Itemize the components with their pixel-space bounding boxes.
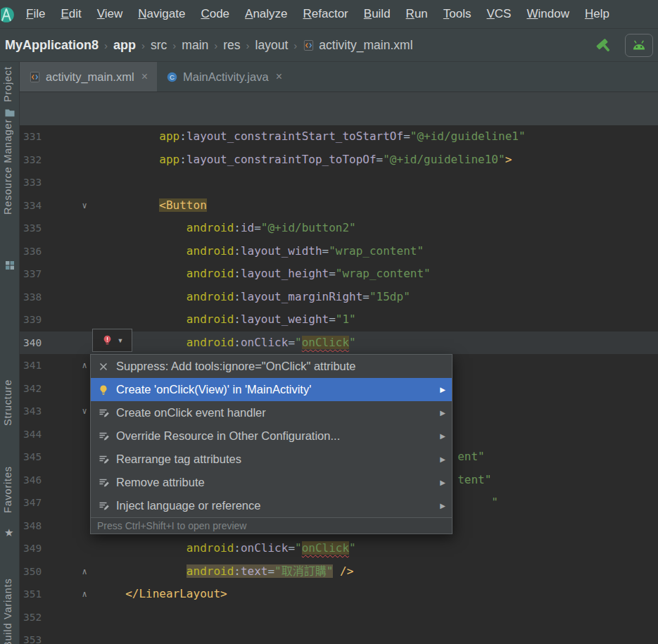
code-text: android:layout_marginRight="15dp": [91, 286, 410, 309]
chevron-down-icon: ▼: [118, 337, 124, 344]
code-text: android:text="取消訂購" />: [91, 560, 353, 583]
menu-item-analyze[interactable]: Analyze: [237, 0, 295, 28]
code-line-351[interactable]: 351∧ </LinearLayout>: [20, 583, 658, 606]
menu-item-file[interactable]: File: [18, 0, 53, 28]
line-number: 338: [23, 286, 60, 309]
code-line-339[interactable]: 339 android:layout_weight="1": [20, 308, 658, 332]
menu-item-edit[interactable]: Edit: [53, 0, 89, 28]
code-line-338[interactable]: 338 android:layout_marginRight="15dp": [20, 286, 658, 309]
code-line-350[interactable]: 350∧ android:text="取消訂購" />: [20, 560, 658, 583]
menu-item-build[interactable]: Build: [356, 0, 398, 28]
tab-activity_main-xml[interactable]: activity_main.xml×: [20, 62, 157, 91]
breadcrumb-item-app[interactable]: app: [113, 38, 136, 53]
menu-item-code[interactable]: Code: [193, 0, 237, 28]
code-line-336[interactable]: 336 android:layout_width="wrap_content": [20, 240, 658, 263]
android-studio-window: FileEditViewNavigateCodeAnalyzeRefactorB…: [0, 0, 658, 644]
project-folder-icon[interactable]: [4, 107, 15, 118]
submenu-arrow-icon: ▶: [436, 455, 445, 463]
tool-window-strip: ★ ProjectResource ManagerStructureFavori…: [0, 62, 20, 644]
code-line-331[interactable]: 331 app:layout_constraintStart_toStartOf…: [20, 125, 658, 149]
line-number: 343: [23, 400, 60, 423]
popup-item-label: Inject language or reference: [116, 499, 429, 512]
code-line-353[interactable]: 353: [20, 629, 658, 644]
line-number: 349: [23, 537, 60, 560]
menu-item-view[interactable]: View: [89, 0, 131, 28]
menu-item-navigate[interactable]: Navigate: [130, 0, 193, 28]
line-number: 331: [23, 125, 60, 149]
chevron-separator-icon: ›: [99, 39, 113, 51]
build-hammer-icon[interactable]: [595, 36, 614, 55]
fold-up-icon[interactable]: ∧: [79, 560, 90, 583]
error-bulb-icon: [101, 334, 113, 346]
intention-icon: [97, 453, 110, 466]
popup-item-5[interactable]: Remove attribute▶: [91, 471, 452, 494]
popup-rows: Suppress: Add tools:ignore="OnClick" att…: [91, 355, 452, 517]
code-line-349[interactable]: 349 android:onClick="onClick": [20, 537, 658, 560]
menu-item-tools[interactable]: Tools: [436, 0, 479, 28]
code-text: android:layout_width="wrap_content": [91, 240, 424, 263]
fold-down-icon[interactable]: ∨: [79, 194, 90, 217]
popup-item-1[interactable]: Create 'onClick(View)' in 'MainActivity'…: [91, 378, 452, 401]
breadcrumb-item-layout[interactable]: layout: [255, 38, 289, 53]
code-line-332[interactable]: 332 app:layout_constraintTop_toTopOf="@+…: [20, 149, 658, 172]
close-icon[interactable]: ×: [276, 70, 282, 83]
line-number: 346: [23, 469, 60, 492]
chevron-separator-icon: ›: [288, 39, 303, 51]
app-logo-icon[interactable]: [1, 6, 14, 24]
breadcrumb-item-res[interactable]: res: [223, 38, 240, 53]
line-number: 352: [23, 606, 60, 629]
code-text: app:layout_constraintTop_toTopOf="@+id/g…: [91, 149, 512, 172]
popup-item-label: Create 'onClick(View)' in 'MainActivity': [116, 383, 429, 396]
code-line-335[interactable]: 335 android:id="@+id/button2": [20, 217, 658, 240]
popup-item-4[interactable]: Rearrange tag attributes▶: [91, 448, 452, 471]
menu-item-refactor[interactable]: Refactor: [296, 0, 356, 28]
code-text: android:layout_height="wrap_content": [91, 263, 431, 286]
menu-item-vcs[interactable]: VCS: [479, 0, 519, 28]
breadcrumb-item-main[interactable]: main: [182, 38, 208, 53]
line-number: 332: [23, 149, 60, 172]
code-text: android:onClick="onClick": [91, 537, 356, 560]
intention-bulb-widget[interactable]: ▼: [92, 329, 132, 352]
tool-strip-project[interactable]: Project: [2, 62, 18, 107]
popup-item-3[interactable]: Override Resource in Other Configuration…: [91, 424, 452, 448]
popup-item-label: Suppress: Add tools:ignore="OnClick" att…: [116, 360, 435, 373]
popup-item-label: Rearrange tag attributes: [116, 453, 429, 466]
intention-icon: [97, 476, 110, 489]
tool-strip-resource-manager[interactable]: Resource Manager: [2, 118, 18, 215]
chevron-separator-icon: ›: [208, 39, 223, 51]
code-line-334[interactable]: 334∨ <Button: [20, 194, 658, 217]
popup-item-6[interactable]: Inject language or reference▶: [91, 494, 452, 517]
popup-item-0[interactable]: Suppress: Add tools:ignore="OnClick" att…: [91, 355, 452, 378]
submenu-arrow-icon: ▶: [436, 502, 445, 510]
menu-item-window[interactable]: Window: [519, 0, 576, 28]
lightbulb-icon: [97, 384, 110, 396]
device-manager-button[interactable]: [625, 34, 653, 57]
breadcrumb-file[interactable]: activity_main.xml: [303, 38, 412, 53]
tool-strip-favorites[interactable]: Favorites: [2, 455, 18, 525]
favorites-star-icon[interactable]: ★: [4, 527, 15, 538]
tab-mainactivity-java[interactable]: CMainActivity.java×: [157, 62, 291, 91]
popup-item-2[interactable]: Create onClick event handler▶: [91, 401, 452, 424]
menu-item-help[interactable]: Help: [577, 0, 617, 28]
fold-up-icon[interactable]: ∧: [79, 354, 90, 377]
code-line-352[interactable]: 352: [20, 606, 658, 629]
fold-down-icon[interactable]: ∨: [79, 400, 90, 423]
line-number: 341: [23, 354, 60, 377]
tool-strip-build-variants[interactable]: Build Variants: [2, 574, 18, 644]
code-text: </LinearLayout>: [91, 583, 227, 606]
code-line-333[interactable]: 333: [20, 171, 658, 194]
suppress-x-icon: [97, 360, 110, 373]
code-line-337[interactable]: 337 android:layout_height="wrap_content": [20, 263, 658, 286]
breadcrumb-item-myapplication8[interactable]: MyApplication8: [5, 38, 99, 53]
editor-area: activity_main.xml×CMainActivity.java× 33…: [20, 62, 658, 644]
breadcrumb-item-src[interactable]: src: [151, 38, 167, 53]
fold-up-icon[interactable]: ∧: [79, 583, 90, 606]
tool-strip-structure[interactable]: Structure: [2, 377, 18, 428]
menu-item-run[interactable]: Run: [398, 0, 436, 28]
popup-item-label: Create onClick event handler: [116, 406, 429, 419]
line-number: 353: [23, 629, 60, 644]
resource-manager-icon[interactable]: [4, 260, 15, 271]
close-icon[interactable]: ×: [141, 70, 148, 83]
line-number: 348: [23, 514, 60, 538]
line-number: 335: [23, 217, 60, 240]
